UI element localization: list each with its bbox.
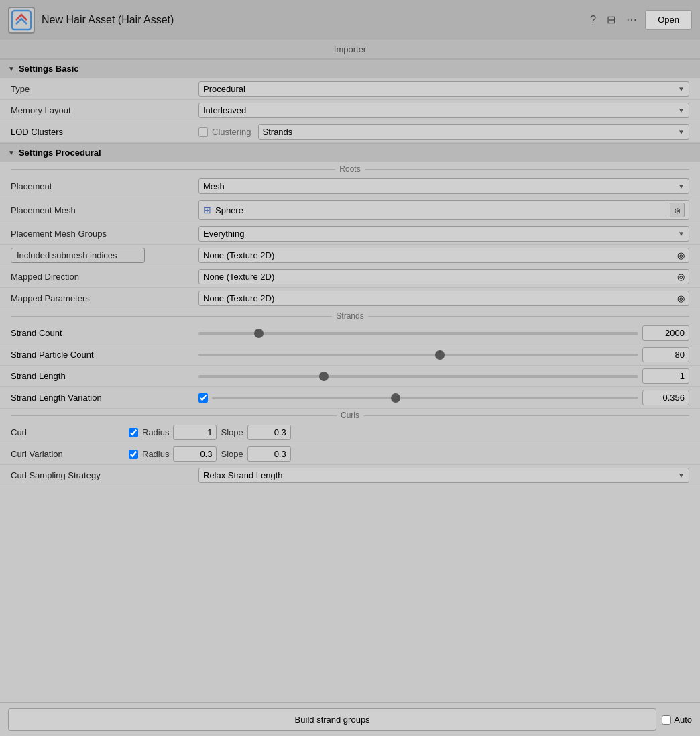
strand-length-variation-label: Strand Length Variation: [11, 392, 198, 403]
curl-variation-radius-label: Radius: [142, 449, 169, 459]
strand-length-variation-slider[interactable]: [212, 397, 638, 399]
curl-sampling-strategy-row: Curl Sampling Strategy Relax Strand Leng…: [0, 465, 700, 486]
auto-label: Auto: [674, 715, 692, 725]
memory-layout-label: Memory Layout: [11, 105, 198, 115]
strand-particle-count-input[interactable]: [642, 347, 689, 362]
main-window: New Hair Asset (Hair Asset) ? ⊟ ⋯ Open I…: [0, 0, 700, 736]
curl-variation-row: Curl Variation Radius Slope: [0, 443, 700, 465]
curl-label: Curl: [11, 427, 125, 437]
lod-clusters-control: Clustering Strands ▼: [198, 124, 689, 140]
mapped-direction-row: Mapped Direction None (Texture 2D) ◎: [0, 266, 700, 288]
settings-procedural-section: ▼ Settings Procedural Roots Placement Me…: [0, 143, 700, 486]
mapped-parameters-label: Mapped Parameters: [11, 293, 198, 303]
settings-basic-section: ▼ Settings Basic Type Procedural ▼ Me: [0, 59, 700, 143]
curls-sub-label: Curls: [0, 409, 700, 422]
placement-control: Mesh ▼: [198, 178, 689, 194]
curl-sampling-strategy-arrow: ▼: [678, 472, 685, 479]
memory-layout-row: Memory Layout Interleaved ▼: [0, 100, 700, 121]
type-dropdown-arrow: ▼: [678, 85, 685, 93]
mapped-parameters-field[interactable]: None (Texture 2D) ◎: [198, 291, 689, 306]
curl-row: Curl Radius Slope: [0, 422, 700, 443]
open-button[interactable]: Open: [645, 10, 692, 30]
strand-count-label: Strand Count: [11, 328, 198, 338]
included-submesh-row: Included submesh indices None (Texture 2…: [0, 245, 700, 266]
mapped-parameters-picker-icon: ◎: [677, 293, 685, 303]
auto-checkbox[interactable]: [662, 715, 671, 725]
procedural-collapse-triangle: ▼: [8, 149, 15, 156]
settings-basic-header[interactable]: ▼ Settings Basic: [0, 59, 700, 78]
placement-label: Placement: [11, 181, 198, 191]
strand-particle-count-slider[interactable]: [198, 354, 638, 356]
lod-clusters-row: LOD Clusters Clustering Strands ▼: [0, 121, 700, 143]
mesh-grid-icon: ⊞: [203, 205, 211, 215]
strand-length-input[interactable]: [642, 368, 689, 384]
window-title: New Hair Asset (Hair Asset): [42, 14, 581, 26]
type-dropdown[interactable]: Procedural ▼: [198, 81, 689, 97]
curl-radius-label: Radius: [142, 427, 169, 437]
importer-tab[interactable]: Importer: [0, 40, 700, 59]
strand-count-input[interactable]: [642, 325, 689, 341]
mapped-direction-picker-icon: ◎: [677, 272, 685, 282]
type-control: Procedural ▼: [198, 81, 689, 97]
curl-slope-input[interactable]: [247, 425, 291, 440]
mapped-direction-field[interactable]: None (Texture 2D) ◎: [198, 269, 689, 284]
curl-sampling-strategy-dropdown[interactable]: Relax Strand Length ▼: [198, 468, 689, 483]
clustering-dropdown[interactable]: Strands ▼: [258, 124, 689, 140]
strand-length-variation-input[interactable]: [642, 390, 689, 405]
placement-mesh-groups-arrow: ▼: [678, 230, 685, 238]
strand-count-slider[interactable]: [198, 332, 638, 335]
mesh-picker-button[interactable]: ◎: [670, 203, 685, 217]
curl-sampling-strategy-control: Relax Strand Length ▼: [198, 468, 689, 483]
memory-layout-dropdown[interactable]: Interleaved ▼: [198, 103, 689, 118]
curl-checkbox[interactable]: [129, 428, 138, 437]
placement-mesh-field[interactable]: ⊞ Sphere ◎: [198, 200, 689, 220]
more-button[interactable]: ⋯: [624, 12, 640, 28]
curl-variation-radius-input[interactable]: [173, 446, 217, 462]
auto-checkbox-group: Auto: [662, 715, 692, 725]
app-icon: [8, 7, 35, 34]
included-submesh-label: Included submesh indices: [11, 248, 198, 263]
type-row: Type Procedural ▼: [0, 78, 700, 100]
settings-button[interactable]: ⊟: [604, 12, 618, 28]
included-submesh-control: None (Texture 2D) ◎: [198, 248, 689, 263]
curl-variation-group: Radius Slope: [129, 446, 689, 462]
placement-row: Placement Mesh ▼: [0, 176, 700, 197]
included-submesh-texture[interactable]: None (Texture 2D) ◎: [198, 248, 689, 263]
memory-layout-dropdown-arrow: ▼: [678, 107, 685, 114]
submesh-picker-icon: ◎: [677, 250, 685, 260]
curl-slope-label: Slope: [221, 427, 243, 437]
placement-mesh-groups-dropdown[interactable]: Everything ▼: [198, 226, 689, 242]
build-strand-groups-button[interactable]: Build strand groups: [8, 708, 656, 731]
help-button[interactable]: ?: [587, 13, 599, 28]
curl-variation-checkbox[interactable]: [129, 450, 138, 459]
mapped-direction-label: Mapped Direction: [11, 272, 198, 282]
mapped-direction-control: None (Texture 2D) ◎: [198, 269, 689, 284]
lod-clusters-checkbox[interactable]: [198, 127, 208, 137]
settings-procedural-header[interactable]: ▼ Settings Procedural: [0, 143, 700, 162]
placement-mesh-row: Placement Mesh ⊞ Sphere ◎: [0, 197, 700, 223]
strand-length-control: [198, 368, 689, 384]
curl-variation-label: Curl Variation: [11, 449, 125, 459]
placement-mesh-groups-row: Placement Mesh Groups Everything ▼: [0, 223, 700, 245]
strand-count-control: [198, 325, 689, 341]
strands-sub-label: Strands: [0, 309, 700, 323]
content-area: ▼ Settings Basic Type Procedural ▼ Me: [0, 59, 700, 702]
clustering-label: Clustering: [212, 127, 251, 137]
mapped-parameters-row: Mapped Parameters None (Texture 2D) ◎: [0, 288, 700, 309]
curl-sampling-strategy-label: Curl Sampling Strategy: [11, 470, 198, 480]
submesh-indices-box[interactable]: Included submesh indices: [11, 248, 145, 263]
placement-mesh-control: ⊞ Sphere ◎: [198, 200, 689, 220]
strand-length-variation-checkbox[interactable]: [198, 393, 208, 403]
settings-procedural-rows: Roots Placement Mesh ▼ Placement Mesh: [0, 162, 700, 486]
curl-variation-slope-input[interactable]: [247, 446, 291, 462]
curl-radius-input[interactable]: [173, 425, 217, 440]
placement-dropdown[interactable]: Mesh ▼: [198, 178, 689, 194]
strand-length-slider[interactable]: [198, 375, 638, 378]
strand-particle-count-label: Strand Particle Count: [11, 350, 198, 360]
collapse-triangle: ▼: [8, 65, 15, 72]
strand-length-row: Strand Length: [0, 366, 700, 387]
placement-mesh-groups-control: Everything ▼: [198, 226, 689, 242]
placement-dropdown-arrow: ▼: [678, 182, 685, 190]
roots-sub-label: Roots: [0, 162, 700, 176]
placement-mesh-label: Placement Mesh: [11, 205, 198, 215]
